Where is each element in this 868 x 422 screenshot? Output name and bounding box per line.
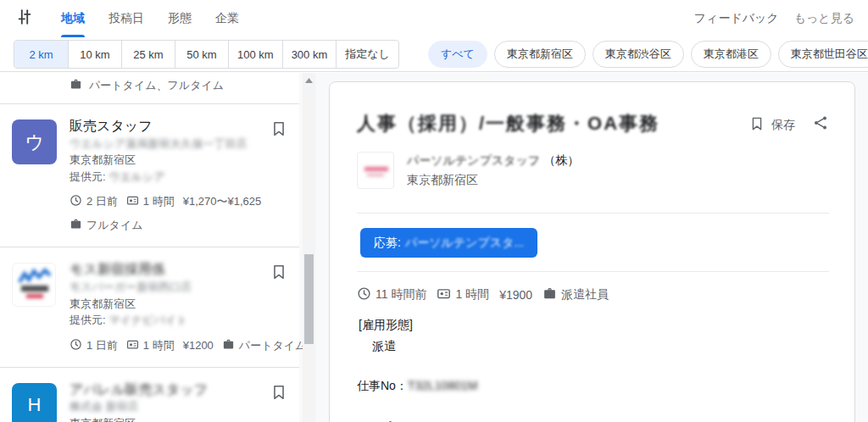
- briefcase-icon: [222, 338, 235, 353]
- feedback-link[interactable]: フィードバック: [694, 11, 779, 26]
- distance-chip-2km[interactable]: 2 km: [14, 41, 68, 68]
- location-chip-all[interactable]: すべて: [428, 41, 487, 68]
- logo-blurred-content: [364, 167, 388, 171]
- posted-time: 1 日前: [70, 338, 118, 353]
- job-company-redacted: 株式会 新宿店: [70, 398, 262, 415]
- wage-card-icon: [126, 194, 139, 209]
- logo-blurred-content: [367, 174, 384, 176]
- bookmark-icon: [270, 126, 288, 141]
- tab-region[interactable]: 地域: [61, 0, 85, 37]
- distance-chip-50km[interactable]: 50 km: [175, 41, 228, 68]
- more-link[interactable]: もっと見る: [794, 11, 854, 26]
- distance-chip-10km[interactable]: 10 km: [68, 41, 121, 68]
- job-meta-row: 1 日前 1 時間 ¥1200 パートタイム: [70, 338, 262, 353]
- wage-info: 1 時間: [126, 338, 175, 353]
- apply-prefix: 応募:: [374, 236, 401, 251]
- save-label: 保存: [771, 118, 795, 133]
- employment-type: パートタイム: [222, 338, 307, 353]
- job-card-1[interactable]: ウ 販売スタッフ ウエルシア薬局新宿大久保一丁目店 東京都新宿区 提供元: ウエ…: [0, 104, 299, 247]
- logo-blurred-content: [13, 264, 55, 306]
- employment-type-text: パートタイム、フルタイム: [89, 78, 224, 93]
- filter-chips-row: 2 km 10 km 25 km 50 km 100 km 300 km 指定な…: [0, 37, 868, 71]
- wage-info: 1 時間: [126, 194, 175, 209]
- share-button[interactable]: [812, 114, 829, 135]
- job-company-redacted: モスバーガー新宿西口店: [70, 279, 262, 296]
- clock-icon: [70, 338, 82, 353]
- posted-time: 2 日前: [70, 194, 118, 209]
- briefcase-icon: [70, 78, 82, 93]
- distance-chip-none[interactable]: 指定なし: [336, 41, 398, 68]
- employment-type: 派遣社員: [542, 286, 609, 303]
- detail-company-location: 東京都新宿区: [407, 173, 579, 188]
- filter-header: 地域 投稿日 形態 企業 フィードバック もっと見る 2 km 10 km 25…: [0, 0, 868, 72]
- tab-employment-type[interactable]: 形態: [168, 0, 192, 37]
- location-chip-shinjuku[interactable]: 東京都新宿区: [494, 41, 586, 68]
- briefcase-icon: [542, 286, 557, 303]
- tab-post-date[interactable]: 投稿日: [108, 0, 144, 37]
- detail-company-block: パーソルテンプスタッフ （株） 東京都新宿区: [407, 152, 579, 188]
- scrollbar-thumb[interactable]: [304, 254, 314, 344]
- wage-info: 1 時間: [437, 286, 489, 303]
- detail-title-row: 人事（採用）/一般事務・OA事務 保存: [357, 113, 829, 135]
- job-list: パートタイム、フルタイム ウ 販売スタッフ ウエルシア薬局新宿大久保一丁目店 東…: [0, 73, 299, 422]
- location-chip-shibuya[interactable]: 東京都渋谷区: [593, 41, 684, 68]
- detail-company-row: パーソルテンプスタッフ （株） 東京都新宿区: [357, 152, 829, 189]
- job-provider: 提供元: マイナビバイト: [70, 312, 262, 329]
- save-button[interactable]: 保存: [748, 115, 795, 135]
- location-chip-group: すべて 東京都新宿区 東京都渋谷区 東京都港区 東京都世田谷区: [421, 41, 868, 68]
- divider: [357, 271, 829, 272]
- job-detail-panel: 人事（採用）/一般事務・OA事務 保存 パーソルテンプスタッフ: [329, 81, 855, 422]
- job-location: 東京都新宿区: [70, 415, 262, 422]
- job-location: 東京都新宿区: [70, 152, 262, 169]
- bookmark-icon: [748, 115, 765, 135]
- job-provider: 提供元: ウエルシア: [70, 169, 262, 186]
- company-logo-image: [12, 263, 56, 307]
- divider: [357, 213, 829, 214]
- bookmark-button[interactable]: [270, 383, 288, 402]
- company-avatar: H: [12, 383, 57, 422]
- bookmark-button[interactable]: [270, 119, 288, 138]
- job-title-redacted: モス新宿採用係: [70, 261, 262, 279]
- distance-chip-100km[interactable]: 100 km: [228, 41, 282, 68]
- wage-card-icon: [437, 286, 451, 303]
- employment-form-label: [雇用形態]: [357, 316, 829, 333]
- detail-company-name: パーソルテンプスタッフ （株）: [407, 153, 579, 169]
- apply-company-redacted: パーソルテンプスタ...: [405, 236, 524, 251]
- pr-points-header: ■PRポイント: [357, 418, 829, 422]
- share-icon: [812, 119, 829, 134]
- job-number-line: 仕事No：T32L10801M: [357, 377, 829, 394]
- job-card-partial-top[interactable]: パートタイム、フルタイム: [0, 73, 299, 104]
- job-card-3[interactable]: H アパレル販売スタッフ 株式会 新宿店 東京都新宿区 提供元: 【スウェーデン…: [0, 368, 299, 422]
- provider-name-redacted: マイナビバイト: [108, 314, 187, 326]
- distance-chip-25km[interactable]: 25 km: [121, 41, 175, 68]
- apply-button[interactable]: 応募: パーソルテンプスタ...: [360, 228, 537, 258]
- distance-segmented-control: 2 km 10 km 25 km 50 km 100 km 300 km 指定な…: [14, 40, 399, 69]
- job-employment-row: フルタイム: [70, 218, 262, 233]
- posted-time: 11 時間前: [357, 286, 426, 303]
- detail-company-logo: [357, 152, 394, 189]
- clock-icon: [357, 286, 371, 303]
- company-avatar: ウ: [12, 119, 57, 164]
- detail-job-title: 人事（採用）/一般事務・OA事務: [357, 113, 737, 135]
- job-card-2[interactable]: モス新宿採用係 モスバーガー新宿西口店 東京都新宿区 提供元: マイナビバイト …: [0, 247, 299, 367]
- distance-chip-300km[interactable]: 300 km: [282, 41, 337, 68]
- main-content: パートタイム、フルタイム ウ 販売スタッフ ウエルシア薬局新宿大久保一丁目店 東…: [0, 73, 868, 422]
- wage-amount: ¥1900: [499, 288, 532, 302]
- employment-type: フルタイム: [70, 218, 143, 233]
- bookmark-icon: [270, 269, 288, 284]
- scrollbar-up-arrow[interactable]: [303, 75, 315, 86]
- tab-company[interactable]: 企業: [215, 0, 239, 37]
- wage-amount: ¥1200: [183, 339, 214, 352]
- location-chip-minato[interactable]: 東京都港区: [691, 41, 771, 68]
- job-title-redacted: アパレル販売スタッフ: [70, 381, 262, 399]
- list-scrollbar[interactable]: [303, 73, 315, 422]
- filter-tune-button[interactable]: [14, 8, 36, 30]
- bookmark-icon: [270, 390, 288, 404]
- job-number-redacted: T32L10801M: [408, 377, 478, 394]
- employment-form-value: 派遣: [357, 337, 829, 354]
- filter-tabs-row: 地域 投稿日 形態 企業 フィードバック もっと見る: [0, 0, 868, 37]
- briefcase-icon: [70, 218, 82, 233]
- wage-card-icon: [126, 338, 139, 353]
- location-chip-setagaya[interactable]: 東京都世田谷区: [778, 41, 868, 68]
- bookmark-button[interactable]: [270, 263, 288, 281]
